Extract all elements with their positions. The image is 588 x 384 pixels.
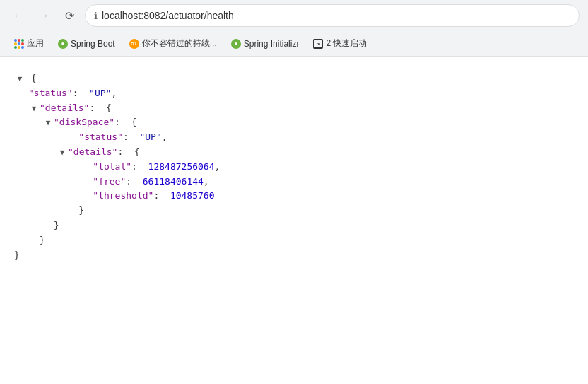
bookmark-51[interactable]: 51 你不容错过的持续...: [124, 35, 223, 52]
mdn-icon: m: [313, 39, 323, 49]
diskspace-key: "diskSpace": [54, 115, 114, 130]
forward-button[interactable]: →: [34, 6, 54, 25]
total-val: 128487256064: [148, 160, 215, 175]
diskspace-details-key: "details": [68, 145, 117, 160]
address-bar[interactable]: ℹ localhost:8082/actuator/health: [85, 4, 580, 27]
details-row: ▼ "details" : {: [14, 101, 588, 116]
threshold-key: "threshold": [93, 189, 153, 204]
total-row: "total" : 128487256064 ,: [14, 160, 588, 175]
diskspace-details-close: }: [14, 204, 588, 219]
free-key: "free": [93, 175, 126, 190]
bookmark-51-label: 你不容错过的持续...: [142, 37, 217, 50]
root-close: }: [14, 248, 588, 263]
bookmark-springboot[interactable]: ● Spring Boot: [52, 36, 121, 52]
lock-icon: ℹ: [94, 11, 98, 21]
diskspace-row: ▼ "diskSpace" : {: [14, 115, 588, 130]
free-row: "free" : 66118406144 ,: [14, 175, 588, 190]
bookmark-apps[interactable]: 应用: [8, 35, 49, 52]
diskspace-details-row: ▼ "details" : {: [14, 145, 588, 160]
51-icon: 51: [129, 39, 139, 49]
reload-button[interactable]: ⟳: [59, 6, 79, 25]
bookmark-apps-label: 应用: [27, 37, 44, 50]
details-key: "details": [40, 101, 89, 116]
diskspace-status-key: "status": [78, 130, 123, 145]
diskspace-close: }: [14, 219, 588, 233]
status-val: "UP": [89, 86, 111, 101]
initializr-icon: ●: [231, 39, 241, 49]
back-button[interactable]: ←: [8, 6, 28, 25]
address-text: localhost:8082/actuator/health: [102, 10, 234, 21]
status-key: "status": [28, 86, 73, 101]
root-open: ▼ {: [14, 71, 588, 86]
nav-bar: ← → ⟳ ℹ localhost:8082/actuator/health: [0, 0, 588, 31]
bookmark-mdn-label: 2 快速启动: [326, 37, 367, 50]
threshold-val: 10485760: [170, 189, 215, 204]
details-close: }: [14, 233, 588, 248]
free-val: 66118406144: [143, 175, 204, 190]
springboot-icon: ●: [58, 39, 68, 49]
details-toggle[interactable]: ▼: [28, 103, 40, 115]
json-content: ▼ { "status" : "UP" , ▼ "details" : { ▼ …: [0, 57, 588, 384]
bookmarks-bar: 应用 ● Spring Boot 51 你不容错过的持续... ● Spring…: [0, 31, 588, 57]
diskspace-status-val: "UP": [139, 130, 161, 145]
diskspace-toggle[interactable]: ▼: [42, 117, 54, 129]
bookmark-initializr-label: Spring Initializr: [244, 39, 300, 49]
status-row: "status" : "UP" ,: [14, 86, 588, 101]
total-key: "total": [93, 160, 131, 175]
bookmark-mdn[interactable]: m 2 快速启动: [307, 35, 372, 52]
diskspace-status-row: "status" : "UP" ,: [14, 130, 588, 145]
bookmark-springboot-label: Spring Boot: [71, 39, 115, 49]
root-toggle[interactable]: ▼: [14, 73, 25, 86]
bookmark-initializr[interactable]: ● Spring Initializr: [225, 36, 305, 52]
apps-icon: [14, 39, 24, 49]
diskspace-details-toggle[interactable]: ▼: [57, 146, 68, 159]
threshold-row: "threshold" : 10485760: [14, 189, 588, 204]
